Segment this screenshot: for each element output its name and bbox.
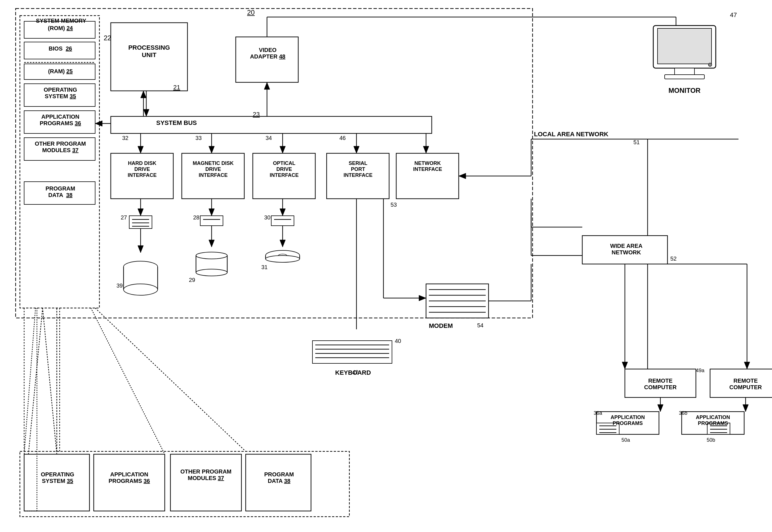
other-modules-label: OTHER PROGRAMMODULES 37 xyxy=(26,141,95,154)
ref-29: 29 xyxy=(189,277,195,283)
app-programs-label: APPLICATIONPROGRAMS 36 xyxy=(26,114,95,127)
svg-rect-141 xyxy=(658,28,712,64)
svg-point-122 xyxy=(124,284,158,295)
svg-point-144 xyxy=(708,63,712,66)
ref-39: 39 xyxy=(116,282,123,289)
video-adapter-label: VIDEOADAPTER 48 xyxy=(237,47,298,60)
svg-marker-85 xyxy=(658,405,663,412)
ram-label: (RAM) 25 xyxy=(26,68,95,75)
svg-point-126 xyxy=(196,269,227,276)
ref-50b: 50b xyxy=(707,437,715,443)
svg-marker-25 xyxy=(209,146,214,153)
app-prog-b-bottom-label: APPLICATIONPROGRAMS xyxy=(685,414,741,426)
svg-marker-23 xyxy=(138,146,143,153)
magnetic-disk-interface-label: MAGNETIC DISKDRIVEINTERFACE xyxy=(183,160,244,178)
svg-marker-80 xyxy=(622,362,628,369)
svg-marker-33 xyxy=(143,109,149,116)
ref-28: 28 xyxy=(193,214,199,221)
svg-point-132 xyxy=(265,255,300,262)
ref-30: 30 xyxy=(264,214,270,221)
ref-31: 31 xyxy=(261,264,267,271)
ref-34: 34 xyxy=(265,135,272,141)
os-label: OPERATINGSYSTEM 35 xyxy=(26,87,95,100)
ref-50a: 50a xyxy=(622,437,630,443)
ref-33: 33 xyxy=(195,135,202,141)
svg-marker-29 xyxy=(353,146,359,153)
remote-comp-b-label: REMOTECOMPUTER xyxy=(713,378,772,391)
svg-marker-83 xyxy=(744,362,750,369)
network-interface-label: NETWORKINTERFACE xyxy=(397,160,458,172)
svg-marker-70 xyxy=(419,295,426,301)
app-prog-a-bottom-label: APPLICATIONPROGRAMS xyxy=(599,414,656,426)
svg-rect-91 xyxy=(170,454,241,511)
system-memory-label: SYSTEM MEMORY xyxy=(26,18,97,24)
monitor-label: MONITOR xyxy=(656,87,713,95)
svg-rect-1 xyxy=(20,16,99,308)
ref-42: 42 xyxy=(352,369,358,376)
ref-36a: 36a xyxy=(594,410,602,416)
serial-port-interface-label: SERIALPORTINTERFACE xyxy=(327,160,389,178)
ref-21: 21 xyxy=(173,84,180,91)
remote-comp-a-label: REMOTECOMPUTER xyxy=(628,378,693,391)
svg-marker-52 xyxy=(209,240,214,247)
svg-line-136 xyxy=(43,308,57,454)
svg-marker-46 xyxy=(138,246,143,253)
svg-point-123 xyxy=(196,252,227,259)
svg-rect-143 xyxy=(665,75,704,79)
svg-line-138 xyxy=(24,308,35,454)
processing-unit-label: PROCESSINGUNIT xyxy=(111,44,187,59)
hard-disk-interface-label: HARD DISKDRIVEINTERFACE xyxy=(112,160,173,178)
ref-32: 32 xyxy=(122,135,128,141)
svg-rect-49 xyxy=(200,216,223,226)
svg-marker-40 xyxy=(138,209,143,216)
modules-bottom-label: OTHER PROGRAMMODULES 37 xyxy=(172,468,240,481)
svg-line-134 xyxy=(95,308,246,451)
ref-54: 54 xyxy=(477,322,484,329)
svg-rect-55 xyxy=(271,216,294,226)
svg-marker-58 xyxy=(280,240,285,247)
modem-label: MODEM xyxy=(429,322,453,330)
svg-marker-27 xyxy=(280,146,285,153)
ref-20: 20 xyxy=(247,9,255,16)
rom-label: (ROM) 24 xyxy=(26,25,95,32)
app-bottom-label: APPLICATIONPROGRAMS 36 xyxy=(95,471,163,484)
svg-rect-142 xyxy=(675,68,694,75)
optical-drive-interface-label: OPTICALDRIVEINTERFACE xyxy=(254,160,315,178)
svg-marker-61 xyxy=(459,173,466,179)
svg-marker-48 xyxy=(209,209,214,216)
monitor-icon xyxy=(648,23,721,85)
ref-53: 53 xyxy=(391,202,397,208)
ref-46: 46 xyxy=(339,135,346,141)
program-data-label: PROGRAMDATA 38 xyxy=(26,185,95,198)
ref-36b: 36b xyxy=(679,410,687,416)
svg-marker-87 xyxy=(743,405,748,412)
svg-marker-31 xyxy=(423,146,429,153)
ref-27: 27 xyxy=(121,214,127,221)
svg-rect-17 xyxy=(396,153,459,199)
ref-22: 22 xyxy=(104,34,111,42)
ref-52: 52 xyxy=(670,255,677,262)
ref-51: 51 xyxy=(633,139,640,146)
svg-rect-97 xyxy=(312,341,392,363)
svg-line-139 xyxy=(91,308,165,454)
wan-label: WIDE AREANETWORK xyxy=(585,243,668,256)
lan-label: LOCAL AREA NETWORK xyxy=(534,131,608,138)
system-bus-label: SYSTEM BUS xyxy=(156,119,197,127)
svg-line-137 xyxy=(28,308,43,454)
svg-marker-54 xyxy=(280,209,285,216)
svg-marker-21 xyxy=(264,82,270,89)
os-bottom-label: OPERATINGSYSTEM 35 xyxy=(26,471,89,484)
ref-47: 47 xyxy=(730,11,737,19)
diagram: 20 22 SYSTEM MEMORY (ROM) 24 BIOS 26 (RA… xyxy=(0,0,772,532)
svg-marker-19 xyxy=(141,91,146,98)
data-bottom-label: PROGRAMDATA 38 xyxy=(247,471,311,484)
bios-label: BIOS 26 xyxy=(26,45,95,52)
ref-23: 23 xyxy=(253,111,259,118)
ref-49a: 49a xyxy=(696,368,704,374)
ref-40: 40 xyxy=(395,338,401,344)
